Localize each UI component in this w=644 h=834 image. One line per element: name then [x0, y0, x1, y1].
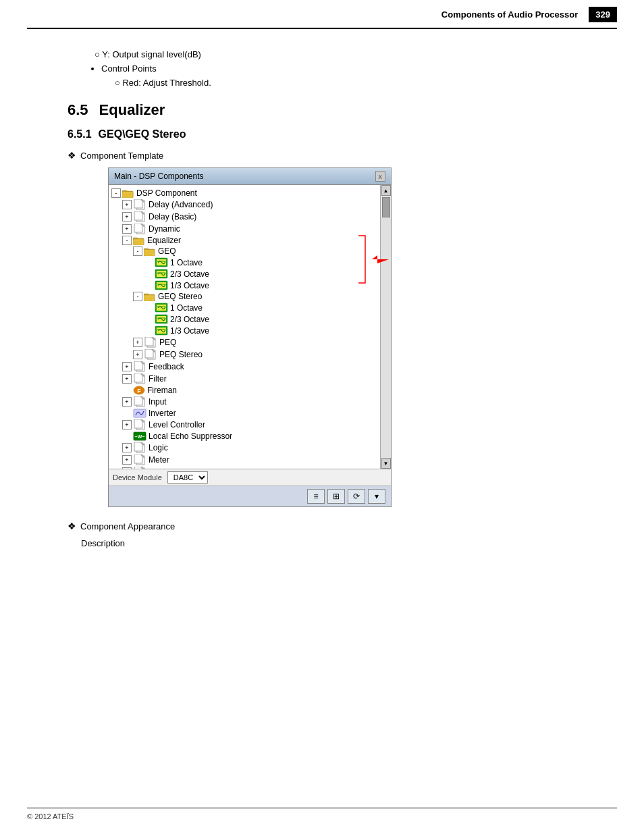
tree-item[interactable]: + Delay (Basic) — [109, 211, 380, 223]
tree-item[interactable]: - Equalizer — [109, 235, 380, 246]
tree-item[interactable]: + Delay (Advanced) — [109, 199, 380, 211]
expand-icon[interactable]: + — [122, 200, 132, 209]
tree-item[interactable]: 1 Octave — [109, 302, 380, 313]
tree-label: DSP Component — [136, 188, 197, 198]
tree-label: Dynamic — [149, 224, 180, 234]
tree-label: 2/3 Octave — [170, 315, 209, 324]
toolbar-list-button[interactable]: ≡ — [307, 489, 325, 504]
toolbar-grid-button[interactable]: ⊞ — [327, 489, 345, 504]
bullet-control: Control Points — [101, 63, 590, 74]
expand-icon[interactable]: + — [122, 374, 132, 384]
expand-icon[interactable]: + — [122, 362, 132, 371]
page-header: Components of Audio Processor 329 — [27, 0, 617, 29]
doc-stack-icon — [133, 373, 146, 384]
expand-icon[interactable]: + — [122, 443, 132, 452]
doc-stack-icon — [133, 442, 146, 453]
tree-item[interactable]: 1 Octave — [109, 257, 380, 268]
dsp-window-title: Main - DSP Components — [114, 172, 204, 181]
scrollbar-down-button[interactable]: ▼ — [381, 458, 391, 469]
doc-stack-icon — [144, 349, 157, 360]
expand-icon[interactable]: + — [122, 420, 132, 429]
tree-label: PEQ Stereo — [159, 350, 203, 359]
tree-label: Equalizer — [147, 236, 181, 245]
folder-open-icon — [144, 292, 156, 301]
doc-stack-icon — [144, 337, 157, 348]
tree-item[interactable]: + Logic — [109, 442, 380, 454]
tree-item[interactable]: + Dynamic — [109, 223, 380, 235]
component-appearance-text: Component Appearance — [80, 521, 175, 531]
folder-open-icon — [144, 246, 156, 256]
dsp-scrollbar[interactable]: ▲ ▼ — [380, 185, 391, 469]
doc-stack-icon — [133, 199, 146, 210]
expand-icon[interactable]: - — [122, 236, 132, 245]
doc-stack-icon — [133, 467, 146, 469]
expand-icon[interactable]: - — [111, 188, 121, 198]
tree-item[interactable]: F Fireman — [109, 385, 380, 396]
scrollbar-up-button[interactable]: ▲ — [381, 185, 391, 196]
tree-item[interactable]: + PEQ — [109, 336, 380, 348]
scrollbar-track — [381, 217, 391, 458]
component-template-label: ❖ Component Template — [68, 150, 590, 161]
copyright-text: © 2012 ATEÏS — [27, 812, 74, 820]
tree-item[interactable]: + Feedback — [109, 361, 380, 373]
tree-item[interactable]: + Message — [109, 466, 380, 469]
tree-item[interactable]: + Input — [109, 396, 380, 408]
folder-open-icon — [122, 188, 134, 198]
scrollbar-thumb[interactable] — [382, 197, 390, 217]
expand-icon[interactable]: - — [133, 292, 142, 301]
tree-label: Meter — [149, 455, 169, 465]
expand-icon[interactable]: + — [122, 467, 132, 469]
dsp-window: Main - DSP Components x - DSP Component+… — [108, 167, 392, 507]
expand-icon[interactable]: + — [122, 455, 132, 465]
expand-icon[interactable]: + — [133, 350, 142, 359]
tree-label: Feedback — [149, 362, 184, 371]
tree-label: Filter — [149, 374, 167, 384]
section-number: 6.5 — [68, 101, 88, 118]
eq-icon — [155, 325, 168, 336]
tree-label: Inverter — [149, 409, 176, 418]
tree-item[interactable]: - GEQ — [109, 246, 380, 257]
dsp-toolbar: ≡ ⊞ ⟳ ▾ — [109, 486, 391, 506]
tree-item[interactable]: - GEQ Stereo — [109, 291, 380, 302]
bullet-y: Y: Output signal level(dB) — [95, 49, 590, 59]
doc-stack-icon — [133, 224, 146, 234]
folder-open-icon — [133, 236, 145, 245]
tree-item[interactable]: + Filter — [109, 373, 380, 385]
section-name: Equalizer — [99, 101, 165, 118]
tree-item[interactable]: + Level Controller — [109, 419, 380, 431]
tree-item[interactable]: 1/3 Octave — [109, 325, 380, 336]
doc-stack-icon — [133, 361, 146, 372]
page-footer: © 2012 ATEÏS — [27, 808, 617, 820]
svg-rect-41 — [144, 295, 155, 301]
echo-icon: ~W~ — [133, 432, 146, 441]
tree-item[interactable]: + PEQ Stereo — [109, 348, 380, 361]
tree-label: GEQ Stereo — [158, 292, 202, 301]
tree-item[interactable]: Inverter — [109, 408, 380, 419]
toolbar-arrow-button[interactable]: ▾ — [368, 489, 385, 504]
expand-icon[interactable]: + — [122, 397, 132, 407]
toolbar-refresh-button[interactable]: ⟳ — [348, 489, 365, 504]
section-title: 6.5Equalizer — [68, 101, 590, 119]
component-template-text: Component Template — [80, 151, 163, 161]
subsection-number: 6.5.1 — [68, 128, 92, 140]
tree-item[interactable]: 1/3 Octave — [109, 280, 380, 291]
svg-text:F: F — [137, 388, 141, 394]
tree-label: 1 Octave — [170, 303, 203, 313]
tree-item[interactable]: 2/3 Octave — [109, 313, 380, 325]
expand-icon[interactable]: + — [122, 212, 132, 221]
tree-item[interactable]: ~W~ Local Echo Suppressor — [109, 431, 380, 442]
dsp-bottom-bar: Device Module DA8C — [109, 469, 391, 486]
dsp-body: - DSP Component+ Delay (Advanced)+ — [109, 185, 391, 469]
tree-item[interactable]: 2/3 Octave — [109, 268, 380, 280]
tree-label: 2/3 Octave — [170, 269, 209, 279]
fireman-icon: F — [133, 386, 145, 395]
diamond-bullet-icon: ❖ — [68, 150, 76, 161]
device-select[interactable]: DA8C — [167, 471, 208, 484]
tree-label: Delay (Basic) — [149, 212, 196, 221]
tree-item[interactable]: - DSP Component — [109, 188, 380, 199]
expand-icon[interactable]: + — [122, 224, 132, 234]
expand-icon[interactable]: - — [133, 246, 142, 256]
tree-item[interactable]: + Meter — [109, 454, 380, 466]
dsp-close-button[interactable]: x — [375, 171, 386, 182]
expand-icon[interactable]: + — [133, 338, 142, 347]
